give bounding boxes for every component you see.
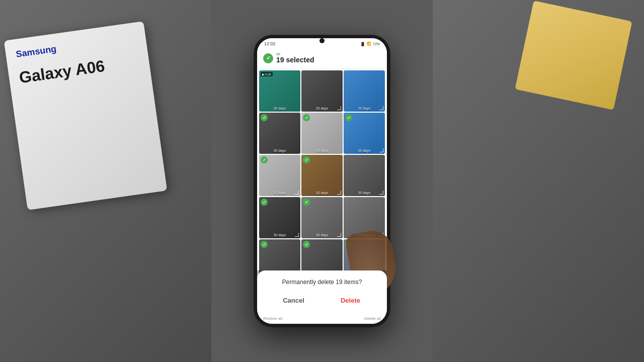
video-badge-1: ▶0:28: [261, 72, 273, 76]
day-label-6: 30 days: [344, 149, 385, 152]
day-label-8: 30 days: [301, 191, 343, 195]
status-time: 12:02: [264, 41, 276, 46]
day-label-7: 30 days: [259, 191, 300, 195]
cancel-button[interactable]: Cancel: [265, 292, 322, 309]
dialog-buttons: Cancel Delete: [265, 292, 379, 309]
check-5: [303, 114, 310, 121]
check-7: [261, 156, 268, 163]
photo-cell-8[interactable]: 30 days: [301, 155, 343, 196]
photo-cell-1[interactable]: ▶0:28 30 days: [259, 70, 300, 112]
phone-device: 12:02 ▐▌ 📶 72% All 19 selected: [254, 35, 390, 327]
phone-notch: [319, 38, 325, 43]
day-label-4: 30 days: [259, 149, 300, 152]
delete-button[interactable]: Delete: [322, 292, 379, 309]
wifi-icon: 📶: [367, 42, 371, 46]
delete-dialog-overlay: Permanently delete 19 items? Cancel Dele…: [257, 270, 387, 324]
selection-header: All 19 selected: [257, 49, 387, 68]
video-duration: 0:28: [265, 73, 271, 76]
signal-icon: ▐▌: [360, 42, 365, 46]
day-label-10: 30 days: [259, 233, 300, 237]
check-11: [303, 199, 310, 206]
day-label-11: 30 days: [301, 233, 343, 237]
day-label-3: 30 days: [344, 107, 385, 110]
day-label-2: 30 days: [301, 107, 343, 110]
photo-cell-6[interactable]: 30 days: [344, 113, 385, 154]
check-4: [261, 114, 268, 121]
day-label-9: 30 days: [344, 191, 385, 195]
day-label-5: 30 days: [301, 149, 343, 152]
delete-dialog: Permanently delete 19 items? Cancel Dele…: [257, 270, 387, 313]
samsung-model-text: Galaxy A06: [18, 57, 106, 87]
selected-count: 19 selected: [276, 56, 314, 64]
bottom-bar: Restore all Delete all: [257, 313, 387, 324]
photo-cell-11[interactable]: 30 days: [301, 197, 343, 238]
photo-cell-5[interactable]: 30 days: [301, 113, 343, 154]
all-label: All: [276, 52, 314, 56]
check-13: [261, 241, 268, 248]
check-6: [345, 114, 352, 121]
photo-cell-4[interactable]: 30 days: [259, 113, 300, 154]
check-14: [303, 241, 310, 248]
restore-all-label[interactable]: Restore all: [263, 316, 282, 321]
check-10: [261, 199, 268, 206]
phone-screen: 12:02 ▐▌ 📶 72% All 19 selected: [257, 38, 387, 324]
day-label-1: 30 days: [259, 107, 300, 110]
status-icons: ▐▌ 📶 72%: [360, 42, 380, 46]
photo-cell-9[interactable]: 30 days: [344, 155, 385, 196]
delete-all-label[interactable]: Delete all: [364, 316, 381, 321]
photo-cell-10[interactable]: 30 days: [259, 197, 300, 238]
samsung-box: Galaxy A06: [4, 21, 168, 210]
battery-text: 72%: [373, 42, 380, 46]
photo-cell-7[interactable]: 30 days: [259, 155, 300, 196]
photo-cell-2[interactable]: 30 days: [301, 70, 343, 112]
phone-wrapper: 12:02 ▐▌ 📶 72% All 19 selected: [254, 35, 390, 327]
check-8: [303, 156, 310, 163]
select-all-check[interactable]: [263, 53, 273, 63]
dialog-message: Permanently delete 19 items?: [265, 279, 379, 286]
photo-cell-3[interactable]: 30 days: [344, 70, 385, 112]
